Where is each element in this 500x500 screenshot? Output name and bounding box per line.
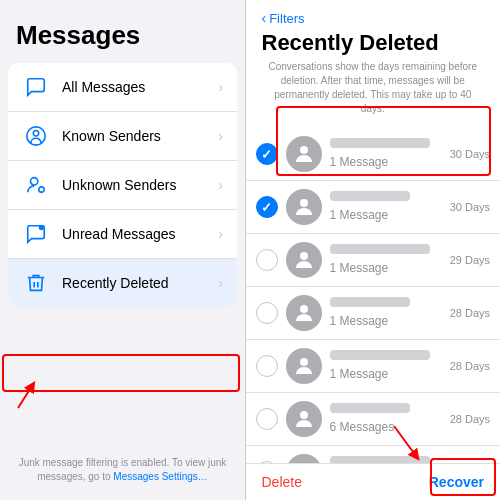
avatar-3: [286, 295, 322, 331]
svg-point-6: [39, 225, 45, 231]
message-row-4[interactable]: 1 Message 28 Days: [246, 340, 501, 393]
sender-bar-2: [330, 244, 430, 254]
right-footer: Delete Recover: [246, 463, 501, 500]
sender-bar-6: [330, 456, 430, 463]
messages-list: 1 Message 30 Days 1 Message 30 Days: [246, 128, 501, 463]
chevron-icon: ›: [218, 275, 223, 291]
message-row-1[interactable]: 1 Message 30 Days: [246, 181, 501, 234]
message-icon: [22, 73, 50, 101]
message-content-4: 1 Message: [330, 350, 444, 382]
avatar-1: [286, 189, 322, 225]
check-circle-5[interactable]: [256, 408, 278, 430]
highlight-deleted: [2, 354, 240, 392]
menu-item-deleted[interactable]: Recently Deleted ›: [8, 259, 237, 307]
arrow-annotation: [10, 378, 46, 418]
check-circle-0[interactable]: [256, 143, 278, 165]
back-link[interactable]: ‹ Filters: [262, 10, 485, 26]
menu-item-all[interactable]: All Messages ›: [8, 63, 237, 112]
avatar-2: [286, 242, 322, 278]
delete-button[interactable]: Delete: [262, 474, 302, 490]
message-content-1: 1 Message: [330, 191, 444, 223]
trash-icon: [22, 269, 50, 297]
message-count-0: 1 Message: [330, 155, 389, 169]
left-panel: Messages All Messages › Known Senders ›: [0, 0, 245, 500]
check-circle-3[interactable]: [256, 302, 278, 324]
message-content-6: 1 Message: [330, 456, 444, 463]
person-badge-icon: [22, 171, 50, 199]
avatar-4: [286, 348, 322, 384]
days-label-4: 28 Days: [450, 360, 490, 372]
message-row-3[interactable]: 1 Message 28 Days: [246, 287, 501, 340]
menu-item-unread[interactable]: Unread Messages ›: [8, 210, 237, 259]
svg-point-10: [300, 252, 308, 260]
avatar-0: [286, 136, 322, 172]
message-content-2: 1 Message: [330, 244, 444, 276]
message-count-2: 1 Message: [330, 261, 389, 275]
check-circle-1[interactable]: [256, 196, 278, 218]
menu-label-all: All Messages: [62, 79, 218, 95]
message-unread-icon: [22, 220, 50, 248]
avatar-6: [286, 454, 322, 463]
message-row-5[interactable]: 6 Messages 28 Days: [246, 393, 501, 446]
days-label-0: 30 Days: [450, 148, 490, 160]
days-label-5: 28 Days: [450, 413, 490, 425]
svg-line-7: [18, 386, 32, 408]
message-count-4: 1 Message: [330, 367, 389, 381]
days-label-2: 29 Days: [450, 254, 490, 266]
sender-bar-0: [330, 138, 430, 148]
message-row-2[interactable]: 1 Message 29 Days: [246, 234, 501, 287]
check-circle-6[interactable]: [256, 461, 278, 463]
message-row-6[interactable]: 1 Message 28 Days: [246, 446, 501, 463]
message-count-1: 1 Message: [330, 208, 389, 222]
message-row-0[interactable]: 1 Message 30 Days: [246, 128, 501, 181]
sender-bar-5: [330, 403, 410, 413]
left-footer: Junk message filtering is enabled. To vi…: [0, 456, 245, 484]
back-label: Filters: [269, 11, 304, 26]
svg-point-13: [300, 411, 308, 419]
check-circle-4[interactable]: [256, 355, 278, 377]
sender-bar-4: [330, 350, 430, 360]
svg-point-1: [33, 131, 39, 137]
person-circle-icon: [22, 122, 50, 150]
svg-point-8: [300, 146, 308, 154]
message-content-0: 1 Message: [330, 138, 444, 170]
menu-label-unknown: Unknown Senders: [62, 177, 218, 193]
menu-item-known[interactable]: Known Senders ›: [8, 112, 237, 161]
svg-point-12: [300, 358, 308, 366]
chevron-icon: ›: [218, 79, 223, 95]
right-panel: ‹ Filters Recently Deleted Conversations…: [246, 0, 501, 500]
back-chevron-icon: ‹: [262, 10, 267, 26]
message-count-3: 1 Message: [330, 314, 389, 328]
days-label-3: 28 Days: [450, 307, 490, 319]
messages-settings-link[interactable]: Messages Settings…: [113, 471, 208, 482]
chevron-icon: ›: [218, 177, 223, 193]
message-count-5: 6 Messages: [330, 420, 395, 434]
check-circle-2[interactable]: [256, 249, 278, 271]
left-title: Messages: [0, 20, 245, 63]
svg-point-11: [300, 305, 308, 313]
menu-label-known: Known Senders: [62, 128, 218, 144]
menu-label-unread: Unread Messages: [62, 226, 218, 242]
message-content-5: 6 Messages: [330, 403, 444, 435]
sender-bar-3: [330, 297, 410, 307]
right-title: Recently Deleted: [262, 30, 485, 56]
message-content-3: 1 Message: [330, 297, 444, 329]
right-subtitle: Conversations show the days remaining be…: [262, 60, 485, 116]
menu-item-unknown[interactable]: Unknown Senders ›: [8, 161, 237, 210]
recover-button[interactable]: Recover: [429, 474, 484, 490]
svg-point-9: [300, 199, 308, 207]
right-header: ‹ Filters Recently Deleted Conversations…: [246, 0, 501, 128]
menu-label-deleted: Recently Deleted: [62, 275, 218, 291]
avatar-5: [286, 401, 322, 437]
days-label-1: 30 Days: [450, 201, 490, 213]
chevron-icon: ›: [218, 128, 223, 144]
chevron-icon: ›: [218, 226, 223, 242]
sender-bar-1: [330, 191, 410, 201]
svg-point-2: [31, 178, 38, 185]
menu-list: All Messages › Known Senders ›: [8, 63, 237, 307]
